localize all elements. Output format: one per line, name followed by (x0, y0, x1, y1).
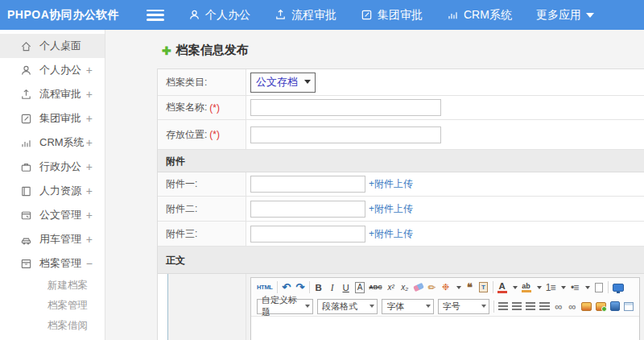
font-size-select[interactable]: 字号 (438, 299, 489, 314)
toolbar-separator (608, 281, 609, 293)
align-right-button[interactable] (526, 300, 535, 313)
align-left-icon (498, 302, 508, 310)
edit-icon (361, 9, 373, 21)
insert-table-button[interactable] (624, 300, 634, 313)
book-icon (20, 185, 32, 197)
attachments-section-header: 附件 (158, 150, 644, 172)
sidebar-item-admin-office[interactable]: 行政办公 + (0, 155, 105, 179)
nav-workflow-approval[interactable]: 流程审批 (275, 8, 336, 23)
bold-button[interactable]: B (314, 280, 324, 294)
insert-image-button[interactable] (581, 300, 592, 313)
expand-plus-icon[interactable]: + (86, 185, 93, 197)
category-select[interactable]: 公文存档 (250, 73, 316, 93)
caret-down-icon (426, 305, 431, 310)
form-row-category: 档案类目: 公文存档 (158, 69, 644, 96)
html-source-button[interactable]: HTML (257, 280, 273, 294)
fullscreen-button[interactable] (613, 280, 624, 294)
paste-plain-button[interactable]: T (479, 280, 489, 294)
editor-content[interactable] (251, 317, 639, 340)
redo-button[interactable]: ↷ (295, 280, 305, 294)
attachment-3-input[interactable] (250, 226, 365, 243)
nav-crm-system[interactable]: CRM系统 (447, 8, 512, 23)
nav-more-apps[interactable]: 更多应用 (536, 8, 594, 23)
expand-plus-icon[interactable]: + (86, 209, 93, 221)
underline-button[interactable]: U (341, 280, 351, 294)
sidebar-subitem-archive-management[interactable]: 档案管理 (0, 296, 105, 316)
attachment-3-label: 附件三: (158, 222, 246, 246)
sidebar-item-personal-desktop[interactable]: 个人桌面 (0, 34, 105, 58)
highlight-color-button[interactable]: ab (522, 282, 531, 292)
toolbar-separator (277, 281, 278, 293)
sidebar-item-group-approval[interactable]: 集团审批 + (0, 106, 105, 131)
upload-image-button[interactable] (596, 300, 606, 313)
sidebar-subitem-new-archive[interactable]: 新建档案 (0, 276, 105, 296)
expand-plus-icon[interactable]: + (86, 137, 93, 148)
undo-button[interactable]: ↶ (282, 280, 291, 294)
format-painter-button[interactable]: ✏ (427, 280, 437, 294)
expand-plus-icon[interactable]: + (86, 113, 93, 124)
sidebar-item-vehicle-management[interactable]: 用车管理 + (0, 227, 105, 251)
sidebar-item-crm-system[interactable]: CRM系统 + (0, 131, 105, 155)
paragraph-format-select[interactable]: 段落格式 (317, 299, 378, 314)
remove-link-button[interactable]: ∞ (568, 300, 577, 313)
expand-plus-icon[interactable]: + (86, 161, 93, 172)
sidebar-item-document-management[interactable]: 公文管理 + (0, 203, 105, 227)
superscript-button[interactable]: x² (386, 280, 396, 294)
heading-select[interactable]: 自定义标题 (257, 299, 313, 314)
align-center-button[interactable] (512, 300, 522, 313)
expand-plus-icon[interactable]: + (86, 234, 93, 245)
insert-media-button[interactable] (610, 300, 620, 313)
align-justify-icon (539, 302, 549, 310)
new-document-button[interactable] (594, 280, 604, 294)
new-document-icon (595, 283, 603, 292)
editor-toolbar-row-2: 自定义标题 段落格式 字体 字号 (251, 296, 639, 317)
font-color-button[interactable]: A (497, 282, 507, 293)
quick-format-button[interactable]: ❉ (441, 280, 451, 294)
sidebar-subitem-archive-borrow[interactable]: 档案借阅 (0, 316, 105, 336)
expand-plus-icon[interactable]: + (86, 64, 93, 76)
menu-toggle-icon[interactable] (147, 10, 164, 21)
nav-personal-office[interactable]: 个人办公 (188, 8, 250, 23)
caret-down-icon[interactable] (561, 286, 566, 292)
font-family-select[interactable]: 字体 (382, 299, 433, 314)
page-title-row: ✚ 档案信息发布 (105, 30, 644, 68)
strikethrough-button[interactable]: ABC (369, 280, 382, 294)
sidebar-item-human-resources[interactable]: 人力资源 + (0, 179, 105, 203)
caret-down-icon[interactable] (456, 286, 461, 292)
car-icon (20, 234, 32, 246)
expand-plus-icon[interactable]: + (86, 89, 93, 100)
caret-down-icon[interactable] (537, 286, 542, 292)
attachment-3-upload-link[interactable]: +附件上传 (369, 227, 413, 241)
align-justify-button[interactable] (539, 300, 549, 313)
name-label: 档案名称: (*) (158, 96, 246, 119)
archive-icon (20, 258, 32, 270)
attachment-1-upload-link[interactable]: +附件上传 (369, 177, 413, 191)
sidebar-item-personal-office[interactable]: 个人办公 + (0, 58, 105, 82)
nav-group-approval[interactable]: 集团审批 (361, 8, 423, 23)
archive-name-input[interactable] (250, 99, 441, 116)
collapse-minus-icon[interactable]: − (86, 258, 93, 269)
sidebar-item-label: 个人桌面 (39, 39, 81, 53)
unordered-list-button[interactable]: •≡ (570, 280, 580, 294)
attachment-2-label: 附件二: (158, 197, 246, 221)
briefcase-icon (20, 161, 32, 173)
attachment-2-upload-link[interactable]: +附件上传 (369, 202, 413, 216)
align-left-button[interactable] (498, 300, 508, 313)
insert-link-button[interactable]: ∞ (554, 300, 564, 313)
caret-down-icon[interactable] (585, 286, 590, 292)
sidebar-item-label: 行政办公 (39, 160, 81, 174)
attachment-1-input[interactable] (250, 176, 365, 193)
sidebar-item-workflow-approval[interactable]: 流程审批 + (0, 82, 105, 106)
font-style-button[interactable]: A (355, 282, 365, 293)
blockquote-button[interactable]: ❝ (465, 280, 475, 294)
attachment-2-input[interactable] (250, 201, 365, 218)
subscript-button[interactable]: x₂ (400, 280, 410, 294)
process-icon (275, 9, 287, 21)
storage-location-input[interactable] (250, 126, 441, 143)
ordered-list-button[interactable]: 1≡ (546, 280, 555, 294)
italic-button[interactable]: I (328, 280, 337, 294)
content-area: ✚ 档案信息发布 档案类目: 公文存档 档案名称: (*) (105, 30, 644, 340)
remove-format-button[interactable] (414, 280, 423, 294)
caret-down-icon[interactable] (513, 286, 518, 292)
sidebar-item-archive-management[interactable]: 档案管理 − (0, 251, 105, 276)
